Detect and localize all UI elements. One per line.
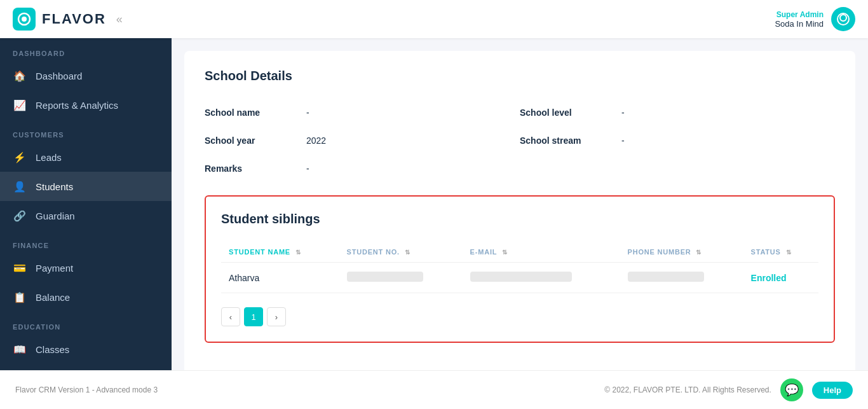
sidebar-item-guardian[interactable]: 🔗 Guardian xyxy=(0,201,172,230)
payment-icon: 💳 xyxy=(13,261,27,275)
user-company: Soda In Mind xyxy=(775,19,824,29)
blurred-phone xyxy=(628,272,704,282)
student-no-cell xyxy=(339,263,463,293)
col-phone[interactable]: PHONE NUMBER ⇅ xyxy=(620,242,743,263)
sort-icon-email: ⇅ xyxy=(502,249,508,256)
sort-icon-status: ⇅ xyxy=(786,249,792,256)
school-level-label: School level xyxy=(520,107,621,118)
sidebar-label-balance: Balance xyxy=(36,292,70,303)
footer-version: Flavor CRM Version 1 - Advanced mode 3 xyxy=(15,385,158,394)
school-name-row: School name - xyxy=(205,99,520,127)
collapse-icon[interactable]: « xyxy=(116,13,123,26)
classes-icon: 📖 xyxy=(13,342,27,356)
leads-icon: ⚡ xyxy=(13,150,27,164)
main-content: School Details School name - School year… xyxy=(172,38,868,370)
siblings-table: STUDENT NAME ⇅ STUDENT NO. ⇅ E-MAIL ⇅ PH… xyxy=(221,242,818,293)
students-icon: 👤 xyxy=(13,179,27,193)
header: FLAVOR « Super Admin Soda In Mind xyxy=(0,0,868,38)
school-name-value: - xyxy=(306,107,309,118)
user-info: Super Admin Soda In Mind xyxy=(775,10,824,29)
header-right: Super Admin Soda In Mind xyxy=(775,7,855,31)
table-header-row: STUDENT NAME ⇅ STUDENT NO. ⇅ E-MAIL ⇅ PH… xyxy=(221,242,818,263)
sidebar: DASHBOARD 🏠 Dashboard 📈 Reports & Analyt… xyxy=(0,38,172,370)
footer-right: © 2022, FLAVOR PTE. LTD. All Rights Rese… xyxy=(604,378,853,401)
status-cell: Enrolled xyxy=(743,263,818,293)
sidebar-label-guardian: Guardian xyxy=(36,211,75,221)
footer-copyright: © 2022, FLAVOR PTE. LTD. All Rights Rese… xyxy=(604,385,771,394)
phone-cell xyxy=(620,263,743,293)
school-details-title: School Details xyxy=(205,69,835,83)
siblings-title: Student siblings xyxy=(221,212,818,226)
sort-icon-no: ⇅ xyxy=(405,249,410,256)
sidebar-label-payment: Payment xyxy=(36,263,73,274)
sidebar-label-students: Students xyxy=(36,181,73,192)
sidebar-item-leads[interactable]: ⚡ Leads xyxy=(0,142,172,172)
school-details-left: School name - School year 2022 Remarks - xyxy=(205,99,520,183)
sort-icon-name: ⇅ xyxy=(295,249,301,256)
guardian-icon: 🔗 xyxy=(13,209,27,223)
siblings-table-wrapper: STUDENT NAME ⇅ STUDENT NO. ⇅ E-MAIL ⇅ PH… xyxy=(221,242,818,293)
sidebar-item-balance[interactable]: 📋 Balance xyxy=(0,282,172,312)
school-year-label: School year xyxy=(205,135,306,146)
school-details-grid: School name - School year 2022 Remarks - xyxy=(205,99,835,183)
sidebar-label-leads: Leads xyxy=(36,152,62,163)
whatsapp-button[interactable]: 💬 xyxy=(780,378,803,401)
balance-icon: 📋 xyxy=(13,290,27,304)
sidebar-item-reports[interactable]: 📈 Reports & Analytics xyxy=(0,90,172,120)
sidebar-label-classes: Classes xyxy=(36,344,69,355)
col-student-name[interactable]: STUDENT NAME ⇅ xyxy=(221,242,339,263)
logo-icon xyxy=(13,8,36,31)
whatsapp-icon: 💬 xyxy=(785,383,799,397)
prev-page-button[interactable]: ‹ xyxy=(221,307,240,326)
col-status[interactable]: STATUS ⇅ xyxy=(743,242,818,263)
sidebar-item-payment[interactable]: 💳 Payment xyxy=(0,253,172,282)
blurred-email xyxy=(470,272,572,282)
home-icon: 🏠 xyxy=(13,69,27,83)
school-year-row: School year 2022 xyxy=(205,127,520,155)
help-button[interactable]: Help xyxy=(812,382,853,399)
svg-point-2 xyxy=(840,15,846,21)
footer: Flavor CRM Version 1 - Advanced mode 3 ©… xyxy=(0,370,868,409)
student-name-cell: Atharva xyxy=(221,263,339,293)
reports-icon: 📈 xyxy=(13,98,27,112)
sidebar-section-finance: FINANCE xyxy=(0,230,172,253)
page-1-button[interactable]: 1 xyxy=(244,307,263,326)
col-student-no[interactable]: STUDENT NO. ⇅ xyxy=(339,242,463,263)
school-details-right: School level - School stream - xyxy=(520,99,835,183)
email-cell xyxy=(463,263,620,293)
siblings-section: Student siblings STUDENT NAME ⇅ STUDENT … xyxy=(205,195,835,343)
blurred-student-no xyxy=(347,272,423,282)
logo-text: FLAVOR xyxy=(42,11,106,27)
svg-point-1 xyxy=(22,17,27,22)
sidebar-section-customers: CUSTOMERS xyxy=(0,120,172,142)
school-stream-value: - xyxy=(621,135,625,146)
pagination: ‹ 1 › xyxy=(221,307,818,326)
remarks-row: Remarks - xyxy=(205,155,520,183)
school-stream-label: School stream xyxy=(520,135,621,146)
status-badge: Enrolled xyxy=(751,273,787,283)
sidebar-item-dashboard[interactable]: 🏠 Dashboard xyxy=(0,61,172,90)
sidebar-section-education: EDUCATION xyxy=(0,312,172,335)
sidebar-item-classes[interactable]: 📖 Classes xyxy=(0,335,172,364)
logo: FLAVOR « xyxy=(13,8,123,31)
school-name-label: School name xyxy=(205,107,306,118)
sidebar-label-dashboard: Dashboard xyxy=(36,71,82,81)
content-area: School Details School name - School year… xyxy=(184,51,855,370)
remarks-value: - xyxy=(306,163,309,174)
avatar xyxy=(831,7,855,31)
user-role: Super Admin xyxy=(775,10,824,19)
school-level-value: - xyxy=(621,107,625,118)
sidebar-section-dashboard: DASHBOARD xyxy=(0,38,172,61)
sort-icon-phone: ⇅ xyxy=(696,249,702,256)
next-page-button[interactable]: › xyxy=(267,307,286,326)
school-year-value: 2022 xyxy=(306,135,326,146)
col-email[interactable]: E-MAIL ⇅ xyxy=(463,242,620,263)
school-stream-row: School stream - xyxy=(520,127,835,155)
remarks-label: Remarks xyxy=(205,163,306,174)
sidebar-item-students[interactable]: 👤 Students xyxy=(0,172,172,201)
sidebar-label-reports: Reports & Analytics xyxy=(36,100,118,111)
school-level-row: School level - xyxy=(520,99,835,127)
table-row: Atharva Enrolled xyxy=(221,263,818,293)
layout: DASHBOARD 🏠 Dashboard 📈 Reports & Analyt… xyxy=(0,38,868,370)
